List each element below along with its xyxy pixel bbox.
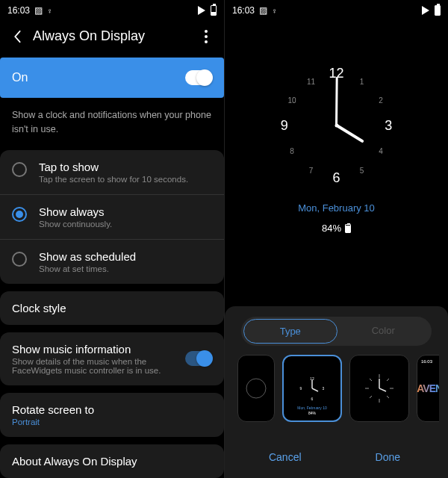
thumb-batt: 84% — [308, 411, 316, 415]
svg-line-14 — [370, 396, 372, 398]
app-header: Always On Display — [0, 21, 224, 58]
svg-line-11 — [370, 379, 372, 381]
radio-tap-to-show[interactable]: Tap to show Tap the screen to show for 1… — [0, 150, 224, 194]
svg-line-12 — [387, 396, 389, 398]
style-thumbnails[interactable]: 12 3 6 9 Mon, February 10 84% — [234, 355, 439, 422]
image-icon: ▨ — [259, 5, 267, 16]
page-title: Always On Display — [33, 28, 199, 44]
action-row: Cancel Done — [234, 436, 439, 471]
clock-center — [335, 124, 338, 128]
radio-title: Show always — [39, 205, 112, 218]
status-bar: 16:03 ▨ ♀ — [0, 0, 224, 21]
cancel-button[interactable]: Cancel — [234, 444, 337, 471]
radio-title: Show as scheduled — [39, 250, 136, 263]
clock-9: 9 — [281, 118, 288, 134]
tab-row: Type Color — [241, 317, 432, 346]
thumb-analog-date[interactable]: 12 3 6 9 Mon, February 10 84% — [282, 355, 342, 422]
rotate-value: Portrait — [12, 418, 212, 426]
battery-text: 84% — [322, 223, 351, 234]
svg-line-16 — [379, 388, 386, 391]
radio-icon — [12, 207, 27, 222]
minute-hand — [335, 77, 338, 125]
hour-hand — [335, 124, 364, 143]
battery-icon — [211, 5, 217, 16]
svg-text:3: 3 — [323, 386, 325, 391]
back-icon[interactable] — [10, 30, 24, 43]
clock-3: 3 — [385, 118, 392, 134]
clock-7: 7 — [309, 166, 314, 174]
settings-screen: 16:03 ▨ ♀ Always On Display On Show a cl… — [0, 0, 224, 478]
radio-title: Tap to show — [39, 161, 188, 173]
clock-8: 8 — [290, 147, 294, 155]
rotate-title: Rotate screen to — [12, 403, 212, 416]
description-text: Show a clock and notifications when your… — [0, 98, 224, 150]
thumb-prev[interactable] — [237, 355, 275, 422]
battery-icon — [435, 5, 441, 16]
tab-color[interactable]: Color — [337, 319, 430, 344]
music-sub: Show details of the music when the FaceW… — [12, 357, 185, 375]
clock-style-item[interactable]: Clock style — [0, 291, 224, 325]
airplane-icon — [422, 6, 429, 15]
clock-style-label: Clock style — [12, 302, 212, 314]
rotate-item[interactable]: Rotate screen to Portrait — [0, 393, 224, 437]
clock-2: 2 — [379, 96, 383, 105]
airplane-icon — [198, 6, 205, 15]
radio-icon — [12, 252, 27, 267]
about-label: About Always On Display — [12, 455, 212, 468]
thumb-custom-image[interactable]: 16:03 ••• AVENGERS — [417, 355, 439, 422]
date-text: Mon, February 10 — [298, 202, 375, 214]
clock-style-screen: 16:03 ▨ ♀ 12 3 6 9 1 2 4 5 7 8 10 11 Mon… — [224, 0, 448, 478]
clock-4: 4 — [379, 147, 383, 155]
more-icon[interactable] — [199, 30, 214, 43]
music-info-item[interactable]: Show music information Show details of t… — [0, 332, 224, 385]
radio-as-scheduled[interactable]: Show as scheduled Show at set times. — [0, 239, 224, 284]
radio-icon — [12, 162, 27, 177]
thumb-date: Mon, February 10 — [297, 406, 326, 410]
radio-sub: Tap the screen to show for 10 seconds. — [39, 175, 188, 184]
thumb-image-label: AVENGERS — [417, 382, 439, 394]
analog-clock: 12 3 6 9 1 2 4 5 7 8 10 11 — [273, 62, 400, 189]
svg-line-13 — [387, 379, 389, 381]
status-time: 16:03 — [232, 5, 255, 16]
clock-10: 10 — [287, 96, 296, 105]
master-toggle[interactable] — [185, 70, 212, 85]
bulb-icon: ♀ — [272, 7, 278, 15]
clock-preview: 12 3 6 9 1 2 4 5 7 8 10 11 Mon, February… — [225, 36, 448, 260]
clock-5: 5 — [360, 166, 364, 174]
tab-type[interactable]: Type — [243, 319, 337, 344]
bulb-icon: ♀ — [47, 7, 53, 15]
battery-icon — [345, 224, 351, 233]
status-bar: 16:03 ▨ ♀ — [225, 0, 448, 21]
about-item[interactable]: About Always On Display — [0, 444, 224, 478]
radio-sub: Show at set times. — [39, 264, 136, 273]
thumb-time: 16:03 — [421, 359, 432, 364]
svg-point-0 — [246, 379, 266, 398]
music-toggle[interactable] — [185, 351, 212, 366]
radio-show-always[interactable]: Show always Show continuously. — [0, 194, 224, 239]
on-label: On — [12, 71, 185, 84]
svg-text:6: 6 — [311, 397, 314, 401]
thumb-analog-ticks[interactable] — [349, 355, 409, 422]
battery-percent: 84% — [322, 223, 341, 234]
radio-sub: Show continuously. — [39, 220, 112, 229]
clock-6: 6 — [332, 170, 340, 185]
style-picker-sheet: Type Color 12 3 6 9 Mon, February 10 84% — [225, 306, 448, 478]
status-time: 16:03 — [7, 5, 30, 16]
master-toggle-bar[interactable]: On — [0, 58, 224, 98]
svg-line-6 — [312, 388, 318, 391]
image-icon: ▨ — [34, 5, 43, 16]
clock-11: 11 — [307, 77, 315, 85]
display-mode-group: Tap to show Tap the screen to show for 1… — [0, 150, 224, 284]
svg-text:9: 9 — [300, 386, 302, 391]
music-title: Show music information — [12, 343, 185, 356]
clock-1: 1 — [360, 77, 364, 85]
done-button[interactable]: Done — [337, 444, 440, 471]
